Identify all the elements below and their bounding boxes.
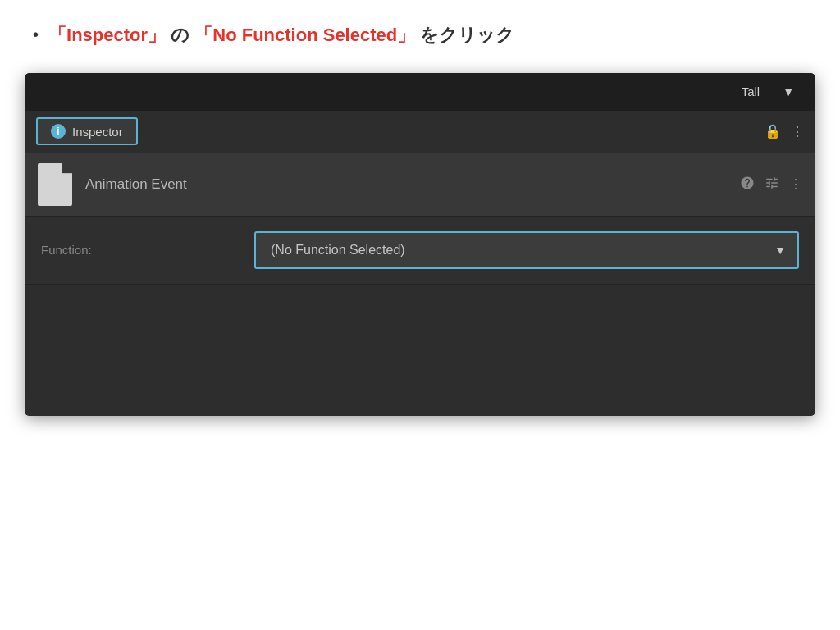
- function-row: Function: (No Function Selected) ▼: [25, 217, 815, 285]
- layout-dropdown-arrow[interactable]: ▼: [774, 85, 802, 98]
- ae-more-icon[interactable]: ⋮: [789, 176, 802, 192]
- toolbar: Tall ▼: [25, 73, 815, 111]
- function-dropdown-value[interactable]: (No Function Selected): [259, 235, 766, 266]
- inspector-header-right: 🔓 ⋮: [765, 124, 804, 139]
- inspector-tab[interactable]: i Inspector: [36, 117, 138, 145]
- inspector-title: Inspector: [72, 125, 123, 139]
- empty-space: [25, 285, 815, 416]
- animation-event-icons: ⋮: [740, 176, 802, 194]
- instruction-middle: の: [171, 25, 189, 45]
- file-icon: [38, 163, 72, 206]
- function-dropdown-wrapper[interactable]: (No Function Selected) ▼: [254, 231, 799, 269]
- instruction-area: • 「Inspector」 の 「No Function Selected」 を…: [0, 0, 840, 65]
- function-label: Function:: [41, 243, 123, 257]
- instruction-end: をクリック: [420, 25, 514, 45]
- no-function-highlight: 「No Function Selected」: [194, 25, 415, 45]
- animation-event-title: Animation Event: [85, 176, 727, 193]
- inspector-header: i Inspector 🔓 ⋮: [25, 111, 815, 153]
- unity-panel: Tall ▼ i Inspector 🔓 ⋮ Animation Event: [25, 73, 815, 416]
- help-icon[interactable]: [740, 176, 755, 194]
- settings-sliders-icon[interactable]: [765, 176, 779, 194]
- unity-panel-wrapper: Tall ▼ i Inspector 🔓 ⋮ Animation Event: [25, 73, 815, 416]
- more-options-icon[interactable]: ⋮: [791, 124, 804, 139]
- animation-event-row: Animation Event ⋮: [25, 153, 815, 217]
- lock-icon[interactable]: 🔓: [765, 124, 781, 139]
- bullet-point: •: [33, 23, 39, 46]
- info-icon: i: [51, 124, 66, 139]
- inspector-highlight: 「Inspector」: [48, 25, 166, 45]
- instruction-text: 「Inspector」 の 「No Function Selected」 をクリ…: [48, 23, 514, 48]
- layout-label: Tall: [742, 84, 760, 98]
- function-dropdown-arrow[interactable]: ▼: [766, 244, 794, 257]
